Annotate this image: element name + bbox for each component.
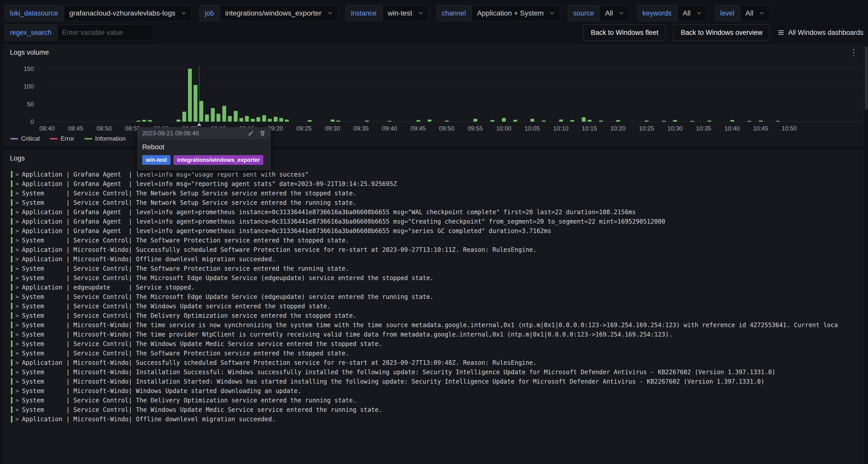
x-tick-label: 09:35 — [353, 125, 369, 132]
log-row[interactable]: > System | Service Control| The Windows … — [4, 302, 864, 311]
expand-chevron-icon[interactable]: > — [16, 293, 19, 300]
log-row[interactable]: > System | Microsoft-Windo| Installation… — [4, 367, 864, 377]
expand-chevron-icon[interactable]: > — [16, 284, 19, 290]
volume-bar — [177, 120, 180, 122]
expand-chevron-icon[interactable]: > — [16, 360, 19, 366]
expand-chevron-icon[interactable]: > — [16, 350, 19, 357]
expand-chevron-icon[interactable]: > — [16, 369, 19, 375]
expand-chevron-icon[interactable]: > — [16, 171, 19, 178]
volume-bar — [542, 121, 546, 122]
variable-dropdown[interactable]: All — [678, 5, 707, 21]
back-to-windows-overview-button[interactable]: Back to Windows overview — [673, 24, 770, 41]
delete-annotation-icon[interactable] — [259, 130, 266, 136]
variable-dropdown[interactable]: Application + System — [472, 5, 560, 21]
expand-chevron-icon[interactable]: > — [16, 388, 19, 394]
log-row[interactable]: > Application | Microsoft-Windo| Success… — [4, 245, 864, 254]
log-level-indicator — [11, 227, 12, 234]
legend-item[interactable]: Information — [85, 135, 126, 142]
log-row[interactable]: > Application | Grafana Agent | level=in… — [4, 170, 864, 179]
log-row[interactable]: > System | Service Control| The Microsof… — [4, 273, 864, 283]
expand-chevron-icon[interactable]: > — [16, 181, 19, 187]
page-scrollbar-thumb[interactable] — [865, 46, 867, 110]
log-row[interactable]: > System | Microsoft-Windo| The time pro… — [4, 330, 864, 339]
log-row[interactable]: > System | Microsoft-Windo| Windows Upda… — [4, 386, 864, 396]
variable-dropdown[interactable]: win-test — [382, 5, 429, 21]
log-row[interactable]: > System | Service Control| The Microsof… — [4, 292, 864, 302]
all-windows-dashboards-link[interactable]: All Windows dashboards — [777, 29, 863, 37]
log-row[interactable]: > System | Microsoft-Windo| Installation… — [4, 377, 864, 386]
log-level-indicator — [11, 190, 12, 197]
expand-chevron-icon[interactable]: > — [16, 378, 19, 384]
expand-chevron-icon[interactable]: > — [16, 322, 19, 328]
expand-chevron-icon[interactable]: > — [16, 228, 19, 234]
expand-chevron-icon[interactable]: > — [16, 247, 19, 253]
log-row[interactable]: > Application | Microsoft-Windo| Success… — [4, 358, 864, 367]
expand-chevron-icon[interactable]: > — [16, 416, 19, 422]
chevron-down-icon — [181, 10, 186, 16]
expand-chevron-icon[interactable]: > — [16, 209, 19, 215]
x-tick-label: 09:30 — [325, 125, 340, 132]
chevron-down-icon — [418, 10, 424, 16]
log-row[interactable]: > Application | Grafana Agent | level=in… — [4, 179, 864, 188]
annotation-tag[interactable]: win-test — [142, 155, 170, 165]
legend-item[interactable]: Error — [50, 135, 74, 142]
log-level-indicator — [11, 199, 12, 206]
log-row[interactable]: > System | Service Control| The Software… — [4, 264, 864, 273]
log-row[interactable]: > System | Service Control| The Network … — [4, 198, 864, 207]
log-row[interactable]: > Application | edgeupdate | Service sto… — [4, 283, 864, 292]
legend-series-marker — [50, 138, 58, 140]
variable-dropdown[interactable]: integrations/windows_exporter — [220, 5, 338, 21]
back-to-windows-fleet-button[interactable]: Back to Windows fleet — [584, 24, 666, 41]
expand-chevron-icon[interactable]: > — [16, 406, 19, 413]
variable-label: keywords — [637, 5, 677, 21]
expand-chevron-icon[interactable]: > — [16, 397, 19, 403]
log-row[interactable]: > Application | Microsoft-Windo| Offline… — [4, 414, 864, 424]
expand-chevron-icon[interactable]: > — [16, 190, 19, 196]
variable-dropdown[interactable]: grafanacloud-vzhuravlevlabs-logs — [64, 5, 192, 21]
volume-bar — [148, 120, 152, 122]
log-row[interactable]: > Application | Grafana Agent | level=in… — [4, 207, 864, 217]
volume-bar — [228, 116, 232, 122]
volume-bar — [428, 120, 431, 122]
log-row[interactable]: > Application | Microsoft-Windo| Offline… — [4, 254, 864, 264]
log-row[interactable]: > System | Service Control| The Network … — [4, 188, 864, 198]
volume-bar — [234, 111, 238, 122]
log-row[interactable]: > System | Microsoft-Windo| The time ser… — [4, 320, 864, 330]
log-level-indicator — [11, 321, 12, 329]
log-row[interactable]: > System | Service Control| The Software… — [4, 236, 864, 245]
variable-dropdown[interactable]: All — [599, 5, 629, 21]
annotation-tag[interactable]: integrations/windows_exporter — [174, 155, 263, 165]
log-row[interactable]: > System | Service Control| The Windows … — [4, 405, 864, 414]
log-row[interactable]: > System | Service Control| The Windows … — [4, 339, 864, 348]
gridline — [43, 69, 864, 69]
expand-chevron-icon[interactable]: > — [16, 218, 19, 225]
list-icon — [777, 29, 784, 36]
expand-chevron-icon[interactable]: > — [16, 256, 19, 262]
edit-annotation-icon[interactable] — [248, 130, 254, 136]
legend-item[interactable]: Critical — [10, 135, 40, 142]
kebab-menu-icon[interactable]: ⋮ — [849, 48, 858, 57]
log-row[interactable]: > System | Service Control| The Delivery… — [4, 311, 864, 320]
x-tick-label: 10:45 — [753, 125, 768, 132]
expand-chevron-icon[interactable]: > — [16, 303, 19, 309]
log-line: System | Service Control| The Windows Up… — [22, 303, 331, 310]
regex-search-input[interactable] — [58, 24, 154, 41]
expand-chevron-icon[interactable]: > — [16, 341, 19, 347]
expand-chevron-icon[interactable]: > — [16, 199, 19, 206]
log-line: System | Service Control| The Network Se… — [22, 190, 356, 197]
expand-chevron-icon[interactable]: > — [16, 275, 19, 281]
expand-chevron-icon[interactable]: > — [16, 237, 19, 243]
log-row[interactable]: > Application | Grafana Agent | level=in… — [4, 226, 864, 236]
volume-bar — [445, 121, 449, 122]
volume-bar — [616, 120, 620, 122]
variable-dropdown[interactable]: All — [740, 5, 770, 21]
x-tick-label: 09:25 — [297, 125, 312, 132]
log-row[interactable]: > Application | Grafana Agent | level=in… — [4, 217, 864, 226]
volume-bar — [222, 106, 226, 122]
log-row[interactable]: > System | Service Control| The Delivery… — [4, 396, 864, 405]
variable-value: All — [605, 9, 613, 17]
log-row[interactable]: > System | Service Control| The Software… — [4, 348, 864, 358]
expand-chevron-icon[interactable]: > — [16, 265, 19, 272]
expand-chevron-icon[interactable]: > — [16, 331, 19, 338]
expand-chevron-icon[interactable]: > — [16, 312, 19, 319]
